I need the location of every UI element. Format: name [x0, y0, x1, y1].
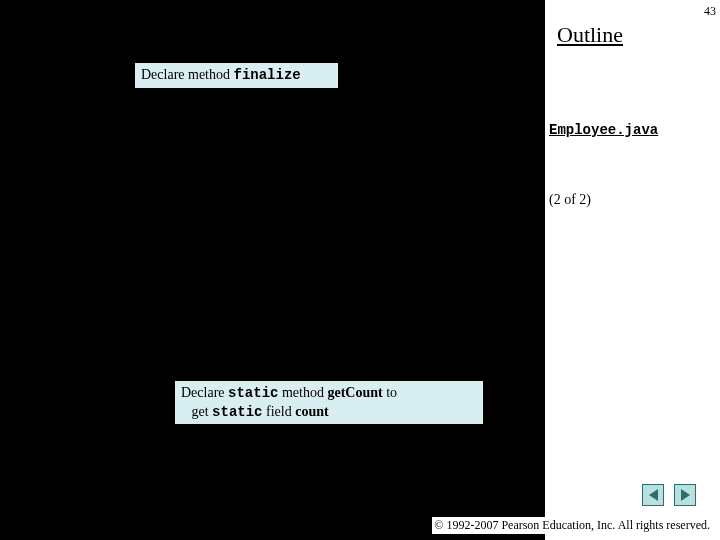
outline-title: Outline — [557, 22, 623, 48]
arrow-line — [24, 72, 134, 73]
callout-text: Declare — [181, 385, 228, 400]
page-indicator: (2 of 2) — [549, 192, 591, 208]
callout-text: field — [263, 404, 296, 419]
arrow-left-icon — [16, 68, 24, 76]
triangle-left-icon — [649, 489, 658, 501]
callout-getcount: Declare static method getCount to get st… — [174, 380, 484, 425]
right-panel: 43 Outline Employee.java (2 of 2) — [545, 0, 720, 540]
callout-text: Declare method — [141, 67, 234, 82]
nav-buttons — [642, 484, 696, 506]
copyright-text: © 1992-2007 Pearson Education, Inc. All … — [432, 517, 712, 534]
callout-field: count — [295, 404, 328, 419]
callout-text: get — [192, 404, 213, 419]
callout-keyword: static — [228, 385, 278, 401]
page-number: 43 — [704, 4, 716, 19]
callout-method: getCount — [327, 385, 382, 400]
arrow-left-icon — [44, 393, 52, 401]
prev-button[interactable] — [642, 484, 664, 506]
filename-label: Employee.java — [549, 122, 658, 138]
callout-text: method — [278, 385, 327, 400]
triangle-right-icon — [681, 489, 690, 501]
callout-method: finalize — [234, 67, 301, 83]
callout-finalize: Declare method finalize — [134, 62, 339, 89]
callout-text: to — [383, 385, 397, 400]
next-button[interactable] — [674, 484, 696, 506]
arrow-line — [52, 397, 174, 398]
callout-keyword: static — [212, 404, 262, 420]
